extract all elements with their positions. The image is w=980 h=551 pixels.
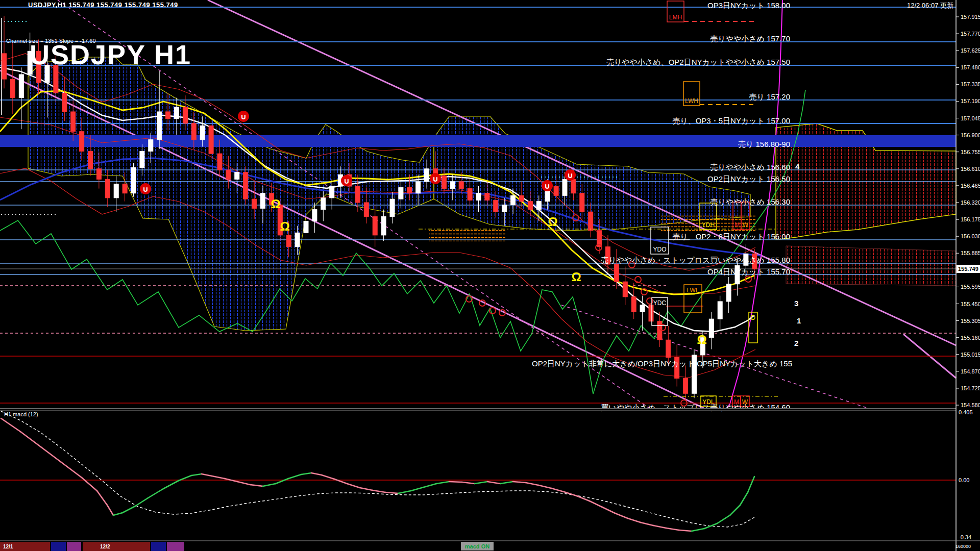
price-axis[interactable]: 157.915157.770157.625157.480157.335157.1…	[956, 0, 980, 551]
symbol-ohlc-readout: USDJPY,H1 155.749 155.749 155.749 155.74…	[28, 1, 178, 9]
svg-text:W: W	[743, 221, 749, 229]
svg-text:155.749: 155.749	[958, 266, 978, 272]
svg-text:156.610: 156.610	[961, 166, 980, 172]
svg-text:OP3日NYカット 158.00: OP3日NYカット 158.00	[707, 1, 790, 10]
svg-text:売りやや小さめ 157.70: 売りやや小さめ 157.70	[710, 34, 790, 43]
trading-chart-window: ∪∪∪∪∪∪ΩΩΩΩΩLMHLWHYDHMWYDOLWLYDCDYDLMW431…	[0, 0, 980, 551]
svg-text:∪: ∪	[344, 177, 350, 185]
sell-band-156-80-90	[0, 135, 956, 147]
svg-text:3: 3	[794, 299, 798, 308]
svg-text:売りやや小さめ・ストップロス買いやや小さめ 155.80: 売りやや小さめ・ストップロス買いやや小さめ 155.80	[601, 256, 790, 264]
svg-text:売りやや小さめ、OP2日NYカットやや小さめ 157.50: 売りやや小さめ、OP2日NYカットやや小さめ 157.50	[606, 58, 790, 66]
svg-text:4: 4	[795, 162, 800, 171]
svg-text:∪: ∪	[432, 174, 438, 183]
svg-text:売り、OP3・5日NYカット 157.00: 売り、OP3・5日NYカット 157.00	[672, 116, 790, 125]
svg-text:0.405: 0.405	[959, 409, 973, 415]
svg-text:157.480: 157.480	[961, 64, 980, 70]
svg-text:155.305: 155.305	[961, 318, 980, 324]
svg-text:155.160: 155.160	[961, 335, 980, 341]
svg-text:YDH: YDH	[702, 221, 715, 229]
svg-text:OP2日NYカット非常に大きめ/OP3日NYカット/OP5日: OP2日NYカット非常に大きめ/OP3日NYカット/OP5日NYカット大きめ 1…	[532, 359, 792, 368]
svg-text:売り 156.80-90: 売り 156.80-90	[738, 140, 790, 148]
svg-text:Ω: Ω	[571, 270, 581, 284]
svg-text:YDC: YDC	[653, 299, 667, 307]
svg-text:12/1: 12/1	[3, 544, 13, 549]
svg-text:157.770: 157.770	[961, 31, 980, 37]
svg-text:155.015: 155.015	[961, 352, 980, 358]
svg-text:macd ON: macd ON	[465, 543, 489, 549]
panel-separator	[0, 408, 980, 411]
svg-text:157.915: 157.915	[961, 14, 980, 20]
macd-toggle-button[interactable]: macd ON	[461, 542, 494, 550]
svg-text:Ω: Ω	[271, 197, 280, 211]
svg-text:Ω: Ω	[280, 219, 289, 233]
chart-watermark: USDJPY H1	[30, 39, 191, 70]
svg-text:156.465: 156.465	[961, 183, 980, 189]
svg-text:155.450: 155.450	[961, 301, 980, 307]
svg-text:売りやや小さめ 156.60: 売りやや小さめ 156.60	[710, 163, 790, 171]
svg-text:Ω: Ω	[697, 333, 706, 346]
svg-text:157.335: 157.335	[961, 81, 980, 87]
svg-text:LWH: LWH	[685, 97, 698, 105]
svg-text:OP4日NYカット 155.70: OP4日NYカット 155.70	[707, 267, 790, 276]
svg-text:154.580: 154.580	[961, 402, 980, 408]
svg-text:売り 157.20: 売り 157.20	[749, 92, 790, 101]
svg-text:156.755: 156.755	[961, 149, 980, 155]
svg-text:OP2日NYカット 156.50: OP2日NYカット 156.50	[707, 174, 790, 183]
svg-text:M: M	[734, 221, 740, 229]
svg-text:12/2: 12/2	[100, 544, 110, 549]
svg-text:2: 2	[794, 339, 798, 347]
current-price-tag: 155.749	[957, 265, 980, 273]
svg-text:Ω: Ω	[548, 215, 557, 229]
svg-text:LWL: LWL	[687, 287, 699, 294]
svg-text:160000: 160000	[955, 544, 971, 549]
svg-text:154.870: 154.870	[961, 368, 980, 374]
chart-canvas[interactable]: ∪∪∪∪∪∪ΩΩΩΩΩLMHLWHYDHMWYDOLWLYDCDYDLMW431…	[0, 0, 980, 551]
ichimoku-clouds	[28, 57, 956, 331]
svg-text:154.725: 154.725	[961, 385, 980, 391]
svg-text:155.595: 155.595	[961, 284, 980, 290]
svg-text:∪: ∪	[240, 112, 247, 121]
svg-text:155.885: 155.885	[961, 250, 980, 256]
svg-text:157.625: 157.625	[961, 47, 980, 54]
macd-panel: H1 macd (12)0.4050.00-0.34160000	[0, 409, 973, 549]
svg-text:156.175: 156.175	[961, 216, 980, 222]
svg-text:∪: ∪	[142, 185, 149, 193]
svg-text:157.190: 157.190	[961, 98, 980, 104]
svg-text:H1 macd (12): H1 macd (12)	[4, 411, 38, 417]
svg-text:1: 1	[797, 316, 801, 325]
svg-text:-0.34: -0.34	[959, 534, 971, 540]
svg-text:156.030: 156.030	[961, 233, 980, 239]
svg-text:LMH: LMH	[669, 14, 682, 21]
svg-text:156.320: 156.320	[961, 199, 980, 206]
svg-text:∪: ∪	[544, 182, 550, 190]
svg-text:売りやや小さめ 156.30: 売りやや小さめ 156.30	[710, 197, 790, 206]
svg-text:D: D	[751, 314, 755, 321]
svg-text:売り、OP2・8日NYカット 156.00: 売り、OP2・8日NYカット 156.00	[672, 232, 790, 241]
update-timestamp: 12/2 06:07 更新	[907, 1, 953, 10]
svg-text:∪: ∪	[567, 171, 573, 180]
svg-text:0.00: 0.00	[959, 477, 969, 483]
svg-text:157.045: 157.045	[961, 115, 980, 121]
svg-text:YDO: YDO	[653, 246, 666, 253]
svg-text:156.900: 156.900	[961, 132, 980, 138]
